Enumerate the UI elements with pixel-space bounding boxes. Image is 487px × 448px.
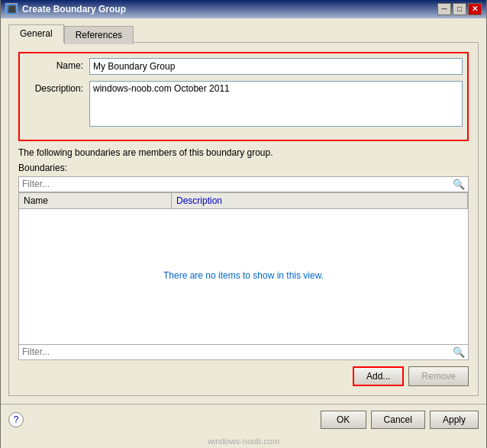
column-description: Description — [172, 193, 468, 208]
highlight-section: Name: Description: windows-noob.com Octo… — [18, 52, 469, 141]
footer-left: ? — [8, 412, 24, 427]
table-header: Name Description — [19, 193, 468, 209]
filter-bar-bottom: 🔍 — [18, 345, 469, 360]
search-icon: 🔍 — [453, 179, 465, 190]
tab-general[interactable]: General — [8, 24, 64, 43]
name-input[interactable] — [89, 58, 463, 75]
title-bar: ⬛ Create Boundary Group ─ □ ✕ — [1, 0, 486, 18]
description-field-wrapper: windows-noob.com October 2011 — [89, 81, 463, 129]
title-controls: ─ □ ✕ — [437, 3, 482, 15]
name-row: Name: — [24, 58, 463, 75]
table-body: There are no items to show in this view. — [19, 209, 468, 342]
window-icon: ⬛ — [5, 3, 18, 15]
name-field-wrapper — [89, 58, 463, 75]
help-button[interactable]: ? — [8, 412, 24, 427]
cancel-button[interactable]: Cancel — [371, 411, 425, 429]
apply-button[interactable]: Apply — [430, 411, 479, 429]
dialog-window: ⬛ Create Boundary Group ─ □ ✕ General Re… — [0, 0, 487, 448]
description-input[interactable]: windows-noob.com October 2011 — [89, 81, 463, 127]
description-label: Description: — [24, 81, 89, 94]
remove-button[interactable]: Remove — [408, 366, 469, 386]
dialog-footer: ? OK Cancel Apply — [1, 404, 486, 435]
tab-bar: General References — [8, 24, 479, 43]
footer-right: OK Cancel Apply — [321, 411, 479, 429]
watermark: windows-noob.com — [1, 435, 486, 449]
description-row: Description: windows-noob.com October 20… — [24, 81, 463, 129]
boundaries-table-area: Name Description There are no items to s… — [18, 192, 469, 345]
search-icon-bottom: 🔍 — [453, 346, 465, 358]
title-bar-left: ⬛ Create Boundary Group — [5, 3, 126, 15]
name-label: Name: — [24, 58, 89, 71]
info-text: The following boundaries are members of … — [18, 147, 469, 158]
column-name: Name — [19, 193, 172, 208]
dialog-body: General References Name: Description: wi — [1, 18, 486, 404]
action-buttons: Add... Remove — [18, 366, 469, 386]
filter-input-bottom[interactable] — [22, 346, 453, 357]
close-button[interactable]: ✕ — [468, 3, 482, 15]
window-title: Create Boundary Group — [22, 4, 126, 15]
add-button[interactable]: Add... — [353, 366, 404, 386]
minimize-button[interactable]: ─ — [437, 3, 451, 15]
tab-content-general: Name: Description: windows-noob.com Octo… — [8, 42, 479, 396]
no-items-text: There are no items to show in this view. — [163, 270, 324, 281]
tab-references[interactable]: References — [64, 26, 134, 44]
filter-bar-top: 🔍 — [18, 176, 469, 192]
ok-button[interactable]: OK — [321, 411, 366, 429]
boundaries-label: Boundaries: — [18, 163, 469, 173]
filter-input-top[interactable] — [22, 179, 453, 189]
maximize-button[interactable]: □ — [453, 3, 466, 15]
